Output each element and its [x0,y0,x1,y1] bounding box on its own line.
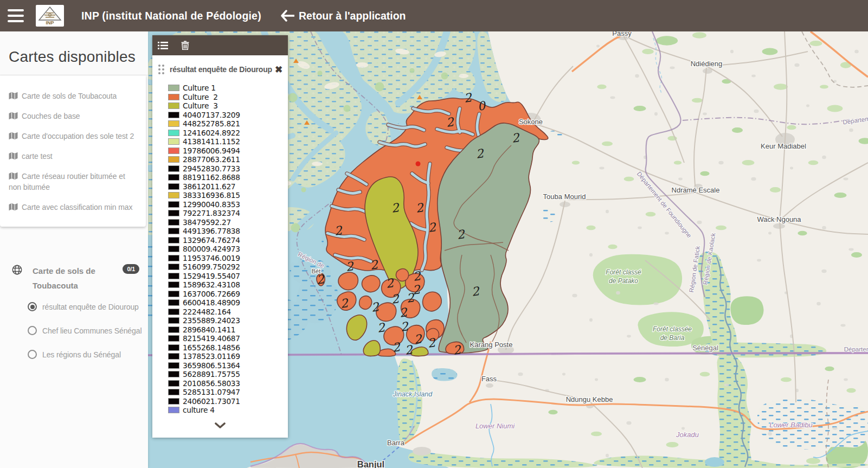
legend-entry-5: 12416024.8922 [168,129,288,138]
layer-radio-label: résultat enquête de Diouroup [42,303,139,311]
legend-entries: Culture 1Culture 2Culture 340407137.3209… [152,84,288,415]
map-label-27: Départem [844,346,868,352]
legend-entry-36: culture 4 [168,406,288,415]
map-area[interactable]: PassyNdiédiengKeur MadiabelTouba MouridN… [148,31,868,468]
legend-swatch [168,255,179,261]
legend-entry-label: 516099.750292 [183,262,240,271]
active-map-row[interactable]: Carte de sols de Toubacouta 0/1 [0,264,148,293]
legend-entry-label: 88191162.8688 [183,173,240,182]
sidebar-map-item-5[interactable]: Carte avec classification min max [9,202,137,213]
legend-entry-10: 88191162.8688 [168,173,288,182]
legend-entry-label: 1589632.43108 [183,280,240,289]
legend-entry-32: 5628891.75755 [168,370,288,379]
legend-entry-29: 1655268.14856 [168,343,288,352]
legend-entry-label: 4491396.77838 [183,227,240,235]
map-label-1: Ndiédieng [691,60,723,68]
legend-entry-23: 1637006.72669 [168,290,288,299]
map-label-20: de Baria [660,334,685,342]
layer-radio-1[interactable]: Chef lieu Communes Sénégal [0,326,148,335]
top-header: INP INP (institut National de Pédologie)… [0,0,868,31]
legend-swatch [168,228,179,234]
legend-entry-33: 2010856.58033 [168,379,288,388]
back-to-app-link[interactable]: Retour à l'application [280,0,406,31]
legend-entry-15: 38479592.27 [168,218,288,227]
radio-icon[interactable] [28,350,37,359]
sidebar-map-item-4[interactable]: Carte réseau routier bitumée et non bitu… [9,171,137,193]
layer-radio-2[interactable]: Les régions du Sénégal [0,350,148,359]
menu-icon[interactable] [8,9,24,22]
legend-entry-18: 800009.424973 [168,245,288,254]
legend-swatch [168,219,179,226]
legend-swatch [168,281,179,288]
sidebar-map-item-1[interactable]: Couches de base [9,111,137,121]
map-label-7: Karang Poste [470,341,513,349]
legend-entry-30: 1378523.01169 [168,352,288,361]
legend-swatch [168,94,179,100]
sidebar-map-item-2[interactable]: Carte d'occupation des sole test 2 [9,131,137,142]
legend-entry-2: Culture 3 [168,101,288,111]
drag-handle-icon[interactable] [158,65,164,74]
legend-entry-label: 800009.424973 [183,245,240,253]
trash-icon[interactable] [181,41,189,50]
legend-swatch [168,291,179,297]
map-label-21: Sénégal [692,344,718,352]
legend-swatch [168,299,179,306]
layer-radio-0[interactable]: résultat enquête de Diouroup [0,302,148,311]
legend-entry-label: 3659806.51364 [183,361,240,370]
legend-swatch [168,210,179,216]
map-label-8: Fass [481,375,497,383]
legend-entry-12: 383316936.815 [168,191,288,200]
legend-entry-20: 516099.750292 [168,262,288,272]
legend-entry-label: Culture 3 [183,101,218,110]
legend-entry-0: Culture 1 [168,84,288,93]
layer-list-icon[interactable] [158,41,168,50]
active-map-section: Carte de sols de Toubacouta 0/1 résultat… [0,264,148,359]
legend-swatch [168,112,179,118]
legend-swatch [168,130,179,136]
map-label-2: Keur Madiabel [761,142,806,150]
sidebar-title: Cartes disponibles [9,48,139,66]
legend-entry-label: 1529419.55407 [183,272,240,280]
legend-panel-header [152,35,288,55]
legend-entry-label: 2224482.164 [183,307,231,316]
legend-swatch [168,102,179,109]
legend-swatch [168,174,179,181]
map-icon [9,172,18,180]
sidebar-map-item-0[interactable]: Carte de sols de Toubacouta [9,91,137,101]
legend-entry-label: 38612011.627 [183,182,235,191]
legend-entry-16: 4491396.77838 [168,227,288,236]
legend-entry-label: 5628891.75755 [183,370,240,379]
legend-layer-title: résultat enquête de Diouroup [170,65,272,74]
legend-entry-28: 8215419.40687 [168,334,288,343]
legend-entry-label: 38479592.27 [183,218,231,227]
radio-icon[interactable] [28,302,37,311]
legend-swatch [168,380,179,387]
back-arrow-icon [280,10,294,22]
legend-swatch [168,165,179,172]
map-icon [9,132,18,140]
legend-swatch [168,237,179,243]
map-label-12: Banjul [357,459,384,468]
legend-entry-35: 2406021.73071 [168,397,288,406]
active-map-name: Carte de sols de Toubacouta [33,264,114,293]
legend-entry-25: 2224482.164 [168,307,288,317]
red-dot-marker [416,162,421,166]
inp-logo-image: INP [38,6,62,25]
legend-entry-label: 19786006.9494 [183,146,240,155]
back-label: Retour à l'application [299,10,406,22]
legend-entry-label: 1655268.14856 [183,343,240,352]
sidebar-map-item-label: carte test [22,152,53,161]
legend-entry-22: 1589632.43108 [168,280,288,290]
close-layer-icon[interactable]: ✖ [272,65,282,74]
legend-swatch [168,192,179,198]
legend-entry-14: 792271.832374 [168,209,288,218]
sidebar-map-item-label: Carte de sols de Toubacouta [22,92,117,100]
legend-entry-label: 40407137.3209 [183,111,240,119]
radio-icon[interactable] [28,326,37,335]
legend-entry-label: 29452830.7733 [183,164,240,173]
legend-swatch [168,120,179,127]
legend-entry-label: 5285131.07947 [183,388,240,396]
legend-layer-row: résultat enquête de Diouroup ✖ [152,55,288,74]
legend-scroll-down-icon[interactable] [152,422,288,429]
sidebar-map-item-3[interactable]: carte test [9,151,137,162]
